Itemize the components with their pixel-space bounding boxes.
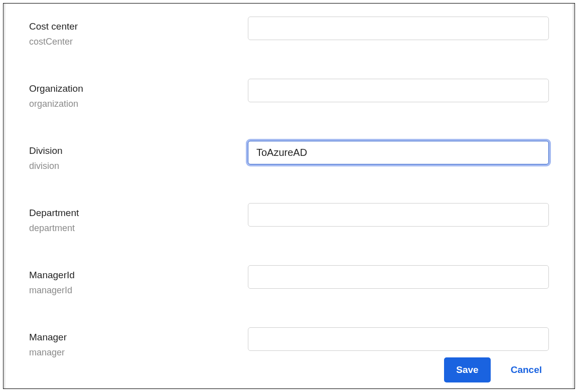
outer-frame: Cost center costCenter Organization orga… xyxy=(3,3,575,389)
manager-id-input[interactable] xyxy=(248,265,549,289)
cancel-button[interactable]: Cancel xyxy=(511,364,542,375)
input-wrap xyxy=(248,141,549,164)
field-label: Manager xyxy=(29,331,248,344)
field-row-manager: Manager manager xyxy=(29,327,549,358)
field-sublabel: department xyxy=(29,223,248,234)
field-label: ManagerId xyxy=(29,269,248,282)
manager-input[interactable] xyxy=(248,327,549,351)
label-group: Organization organization xyxy=(29,79,248,110)
label-group: Department department xyxy=(29,203,248,234)
input-wrap xyxy=(248,265,549,289)
field-label: Cost center xyxy=(29,21,248,33)
field-sublabel: managerId xyxy=(29,285,248,296)
label-group: Division division xyxy=(29,141,248,172)
field-sublabel: division xyxy=(29,160,248,172)
input-wrap xyxy=(248,327,549,351)
save-button[interactable]: Save xyxy=(444,357,490,382)
field-sublabel: costCenter xyxy=(29,36,248,48)
label-group: Cost center costCenter xyxy=(29,17,248,48)
field-row-department: Department department xyxy=(29,203,549,234)
field-row-manager-id: ManagerId managerId xyxy=(29,265,549,296)
field-label: Department xyxy=(29,207,248,220)
cost-center-input[interactable] xyxy=(248,17,549,40)
field-sublabel: manager xyxy=(29,347,248,358)
field-label: Division xyxy=(29,145,248,157)
button-bar: Save Cancel xyxy=(444,357,542,382)
form-panel: Cost center costCenter Organization orga… xyxy=(5,4,573,388)
division-input[interactable] xyxy=(248,141,549,164)
input-wrap xyxy=(248,79,549,102)
input-wrap xyxy=(248,203,549,227)
field-row-organization: Organization organization xyxy=(29,79,549,110)
field-row-division: Division division xyxy=(29,141,549,172)
field-label: Organization xyxy=(29,83,248,95)
organization-input[interactable] xyxy=(248,79,549,102)
field-row-cost-center: Cost center costCenter xyxy=(29,17,549,48)
input-wrap xyxy=(248,17,549,40)
department-input[interactable] xyxy=(248,203,549,227)
label-group: Manager manager xyxy=(29,327,248,358)
field-sublabel: organization xyxy=(29,98,248,110)
label-group: ManagerId managerId xyxy=(29,265,248,296)
